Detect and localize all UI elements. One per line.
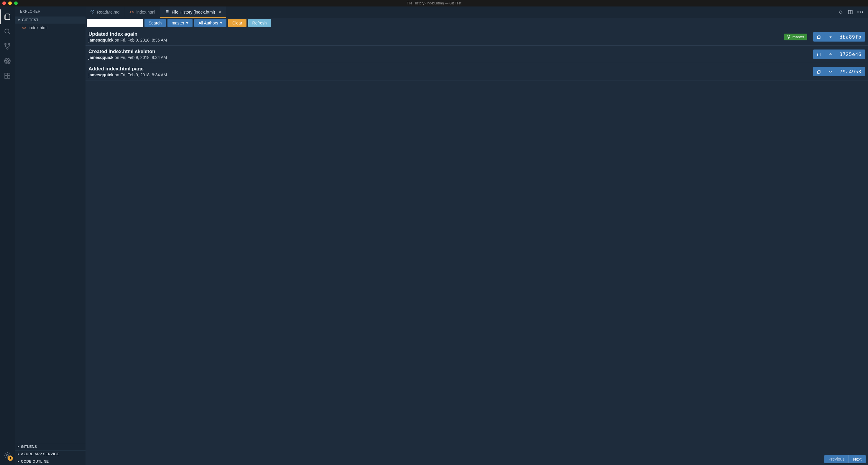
nav-pill: Previous Next xyxy=(824,455,866,463)
close-window-button[interactable] xyxy=(2,1,6,5)
svg-point-2 xyxy=(5,43,6,45)
tab-label: File History (index.html) xyxy=(172,10,215,14)
button-label: Refresh xyxy=(252,21,267,25)
sidebar-section-azure[interactable]: AZURE APP SERVICE xyxy=(15,450,86,458)
chevron-right-icon xyxy=(18,460,19,463)
history-toolbar: Search master All Authors Clear Refresh xyxy=(86,18,868,28)
commit-row[interactable]: Added index.html page jamesqquick on Fri… xyxy=(86,63,868,80)
code-icon: <> xyxy=(22,26,26,30)
svg-rect-24 xyxy=(839,11,843,14)
copy-hash-button[interactable] xyxy=(813,32,825,41)
svg-point-20 xyxy=(92,11,93,11)
commit-hash-pill: 3725e46 xyxy=(813,49,865,59)
close-icon[interactable]: × xyxy=(218,9,221,14)
chevron-right-icon xyxy=(18,453,19,455)
refresh-button[interactable]: Refresh xyxy=(248,19,271,27)
svg-point-31 xyxy=(830,36,831,37)
sidebar-title: EXPLORER xyxy=(15,6,86,16)
commit-info: Created index.html skeleton jamesqquick … xyxy=(88,48,813,60)
sidebar-section-code-outline[interactable]: CODE OUTLINE xyxy=(15,458,86,465)
svg-point-27 xyxy=(787,35,788,36)
svg-rect-16 xyxy=(8,76,10,78)
commit-hash-pill: dba89fb xyxy=(813,32,865,41)
commit-hash[interactable]: dba89fb xyxy=(836,32,865,41)
file-tree-item[interactable]: <> index.html xyxy=(15,24,86,31)
settings-badge: 1 xyxy=(8,456,13,461)
debug-icon xyxy=(3,57,11,65)
more-icon[interactable]: ••• xyxy=(857,9,864,15)
search-icon xyxy=(3,28,11,35)
folder-name: GIT TEST xyxy=(22,18,38,22)
svg-line-1 xyxy=(8,32,10,34)
commit-icon xyxy=(829,35,833,39)
tab-file-history[interactable]: File History (index.html) × xyxy=(160,6,226,18)
branch-name: master xyxy=(793,35,804,39)
sidebar-section-gitlens[interactable]: GITLENS xyxy=(15,443,86,450)
chevron-down-icon xyxy=(18,20,20,21)
activity-explorer[interactable] xyxy=(0,9,15,24)
branch-icon xyxy=(3,42,11,50)
activity-source-control[interactable] xyxy=(0,39,15,54)
commit-hash[interactable]: 3725e46 xyxy=(836,49,865,59)
commits-list: Updated index again jamesqquick on Fri, … xyxy=(86,28,868,453)
commit-date: on Fri, Feb 9, 2018, 8:36 AM xyxy=(115,38,167,42)
file-tree: <> index.html xyxy=(15,24,86,443)
commit-message: Added index.html page xyxy=(88,66,813,72)
commit-hash[interactable]: 79a4953 xyxy=(836,67,865,76)
svg-rect-38 xyxy=(818,70,820,73)
split-editor-icon[interactable] xyxy=(848,9,853,15)
commit-icon xyxy=(829,52,833,56)
tab-actions: ••• xyxy=(834,6,868,18)
clipboard-icon xyxy=(817,35,821,39)
diamond-icon[interactable] xyxy=(838,9,843,15)
branch-tag[interactable]: master xyxy=(784,34,807,40)
copy-hash-button[interactable] xyxy=(813,49,825,59)
tab-label: index.html xyxy=(136,10,155,14)
svg-line-10 xyxy=(5,62,6,62)
activity-settings[interactable]: 1 xyxy=(0,448,15,463)
search-button[interactable]: Search xyxy=(145,19,166,27)
tab-readme[interactable]: ReadMe.md xyxy=(86,6,124,18)
copy-hash-button[interactable] xyxy=(813,67,825,76)
workbench: 1 EXPLORER GIT TEST <> index.html GITLEN… xyxy=(0,6,868,465)
commit-row[interactable]: Updated index again jamesqquick on Fri, … xyxy=(86,28,868,46)
tab-index-html[interactable]: <> index.html xyxy=(124,6,160,18)
window-controls xyxy=(2,1,18,5)
svg-point-0 xyxy=(5,29,9,33)
authors-dropdown[interactable]: All Authors xyxy=(194,19,226,27)
commit-date: on Fri, Feb 9, 2018, 8:34 AM xyxy=(115,55,167,60)
section-label: CODE OUTLINE xyxy=(21,459,49,464)
svg-rect-34 xyxy=(818,53,820,56)
button-label: Clear xyxy=(232,21,242,25)
activity-debug[interactable] xyxy=(0,54,15,68)
commit-row[interactable]: Created index.html skeleton jamesqquick … xyxy=(86,46,868,63)
commit-hash-pill: 79a4953 xyxy=(813,67,865,76)
previous-button[interactable]: Previous xyxy=(824,455,848,463)
button-label: Search xyxy=(149,21,162,25)
pagination-nav: Previous Next xyxy=(86,453,868,465)
next-button[interactable]: Next xyxy=(849,455,866,463)
maximize-window-button[interactable] xyxy=(14,1,18,5)
sidebar-folder-header[interactable]: GIT TEST xyxy=(15,16,86,24)
svg-rect-14 xyxy=(8,73,10,75)
branch-icon xyxy=(787,35,791,39)
commit-node-icon[interactable] xyxy=(825,32,836,41)
commit-node-icon[interactable] xyxy=(825,49,836,59)
chevron-down-icon xyxy=(220,23,222,24)
commit-author: jamesqquick xyxy=(88,55,114,60)
branch-dropdown[interactable]: master xyxy=(167,19,192,27)
titlebar: File History (index.html) — Git Test xyxy=(0,0,868,6)
search-input[interactable] xyxy=(87,19,143,27)
clear-button[interactable]: Clear xyxy=(228,19,246,27)
commit-meta: jamesqquick on Fri, Feb 9, 2018, 8:34 AM xyxy=(88,72,813,77)
activity-extensions[interactable] xyxy=(0,68,15,83)
svg-point-35 xyxy=(830,54,831,55)
svg-point-39 xyxy=(830,71,831,72)
commit-node-icon[interactable] xyxy=(825,67,836,76)
svg-line-8 xyxy=(5,60,6,61)
extensions-icon xyxy=(3,72,11,79)
svg-point-29 xyxy=(788,38,789,38)
commit-author: jamesqquick xyxy=(88,72,114,77)
minimize-window-button[interactable] xyxy=(8,1,12,5)
activity-search[interactable] xyxy=(0,24,15,39)
